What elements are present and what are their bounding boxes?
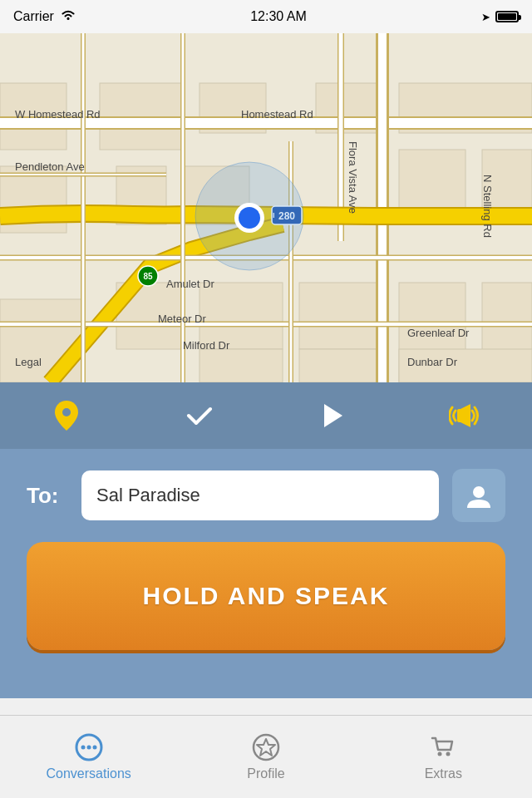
svg-rect-18 [200,349,283,382]
svg-text:Legal: Legal [15,356,42,368]
svg-rect-61 [457,409,462,422]
pin-button[interactable] [42,391,91,441]
recipient-input[interactable] [81,470,439,520]
svg-text:Pendleton Ave: Pendleton Ave [15,160,85,173]
to-row: To: [27,469,505,522]
conversations-icon [75,733,103,761]
svg-rect-19 [299,349,382,382]
svg-point-65 [86,745,91,749]
tab-profile-label: Profile [247,766,284,781]
svg-text:N Stelling Rd: N Stelling Rd [481,175,494,238]
tab-bar: Conversations Profile Extras [0,715,532,798]
hold-speak-button[interactable]: HOLD AND SPEAK [27,542,505,650]
tab-extras-label: Extras [425,766,462,781]
svg-text:85: 85 [143,272,153,281]
svg-text:Milford Dr: Milford Dr [183,339,230,352]
svg-rect-13 [299,283,382,349]
svg-point-69 [438,751,442,756]
svg-rect-9 [399,150,466,216]
profile-icon [252,733,280,761]
wifi-icon [61,9,76,24]
tab-conversations[interactable]: Conversations [1,716,176,798]
svg-point-0 [66,17,69,20]
svg-point-66 [92,745,96,749]
svg-point-70 [446,751,451,756]
hold-speak-label: HOLD AND SPEAK [143,582,390,610]
play-button[interactable] [308,391,357,441]
svg-text:Dunbar Dr: Dunbar Dr [407,356,458,368]
carrier-label: Carrier [13,9,54,24]
svg-text:Amulet Dr: Amulet Dr [166,278,214,290]
svg-point-64 [81,745,85,749]
svg-text:Flora Vista Ave: Flora Vista Ave [347,141,359,214]
toolbar [0,382,532,449]
location-arrow-icon: ➤ [481,11,490,23]
svg-marker-68 [257,739,275,756]
extras-icon [429,733,457,761]
to-label: To: [27,483,68,509]
tab-profile[interactable]: Profile [178,716,353,798]
svg-text:Homestead Rd: Homestead Rd [241,108,313,121]
svg-marker-59 [324,404,342,427]
check-button[interactable] [175,391,224,441]
status-time: 12:30 AM [250,9,307,23]
tab-conversations-label: Conversations [47,766,131,781]
svg-text:Meteor Dr: Meteor Dr [158,313,206,325]
svg-text:Greenleaf Dr: Greenleaf Dr [407,327,470,339]
svg-point-62 [473,486,485,498]
sound-button[interactable] [441,391,490,441]
svg-point-57 [238,206,261,229]
svg-point-58 [62,408,71,416]
status-bar: Carrier 12:30 AM ➤ [0,0,532,33]
contact-picker-button[interactable] [452,469,505,522]
battery-icon [495,11,519,22]
tab-extras[interactable]: Extras [356,716,531,798]
map-area[interactable]: W Homestead Rd Homestead Rd Pendleton Av… [0,33,532,382]
contact-icon [465,481,493,510]
form-area: To: HOLD AND SPEAK [0,449,532,698]
svg-text:W Homestead Rd: W Homestead Rd [15,108,101,121]
